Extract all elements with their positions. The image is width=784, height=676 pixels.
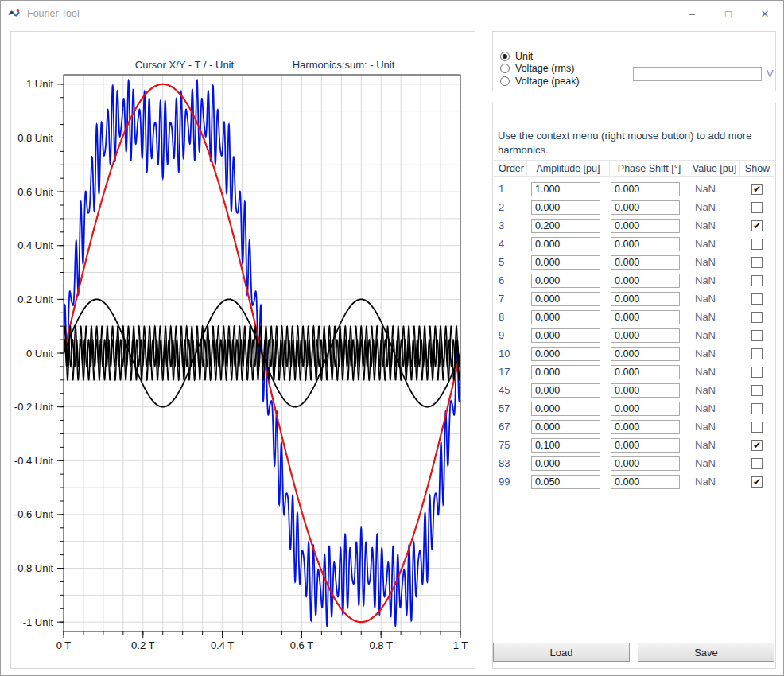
minimize-icon[interactable]: – xyxy=(673,1,710,26)
phase-shift-input[interactable] xyxy=(611,292,680,306)
value-label: NaN xyxy=(695,457,716,469)
x-tick-label: 0.4 T xyxy=(211,639,234,651)
phase-shift-input[interactable] xyxy=(611,347,680,361)
amplitude-reference-radio-group: UnitVoltage (rms)Voltage (peak) xyxy=(500,50,580,87)
harmonic-row-4: 4NaN xyxy=(494,235,774,253)
y-tick-label: -0.4 Unit xyxy=(14,455,54,467)
amplitude-input[interactable] xyxy=(531,200,600,215)
voltage-input[interactable] xyxy=(633,67,762,81)
amplitude-input[interactable] xyxy=(531,310,600,324)
value-label: NaN xyxy=(695,421,716,433)
amplitude-input[interactable] xyxy=(531,237,600,251)
harmonic-row-9: 9NaN xyxy=(494,326,774,344)
amplitude-input[interactable] xyxy=(531,383,600,398)
phase-shift-input[interactable] xyxy=(611,200,680,215)
phase-shift-input[interactable] xyxy=(611,328,680,343)
y-tick-label: -0.6 Unit xyxy=(14,508,54,520)
harmonic-row-75: 75NaN✔ xyxy=(494,436,774,454)
phase-shift-input[interactable] xyxy=(611,475,680,489)
radio-icon[interactable] xyxy=(500,76,510,86)
show-checkbox[interactable] xyxy=(751,458,763,469)
fourier-tool-window: { "window": { "title": "Fourier Tool", "… xyxy=(0,0,784,676)
show-checkbox[interactable] xyxy=(751,257,763,268)
show-checkbox[interactable] xyxy=(751,202,763,213)
value-label: NaN xyxy=(695,384,716,396)
amplitude-input[interactable] xyxy=(531,365,600,379)
order-label: 4 xyxy=(499,238,504,250)
amplitude-input[interactable] xyxy=(531,328,600,343)
show-checkbox[interactable] xyxy=(751,403,763,414)
order-label: 3 xyxy=(499,220,504,231)
save-button[interactable]: Save xyxy=(638,643,774,662)
file-buttons-row: Load Save xyxy=(493,643,774,662)
order-label: 7 xyxy=(499,293,504,305)
close-icon[interactable]: ✕ xyxy=(747,1,783,26)
amplitude-input[interactable] xyxy=(531,438,600,453)
column-header-phase-shift: Phase Shift [°] xyxy=(610,161,689,176)
phase-shift-input[interactable] xyxy=(611,237,680,251)
radio-icon[interactable] xyxy=(500,52,510,61)
x-tick-label: 0.6 T xyxy=(290,639,313,651)
amplitude-input[interactable] xyxy=(531,420,600,434)
value-label: NaN xyxy=(695,329,716,341)
y-tick-label: 0.8 Unit xyxy=(17,132,53,144)
phase-shift-input[interactable] xyxy=(611,383,680,398)
amplitude-input[interactable] xyxy=(531,274,600,288)
show-checkbox[interactable]: ✔ xyxy=(751,184,763,195)
value-label: NaN xyxy=(695,476,716,488)
show-checkbox[interactable]: ✔ xyxy=(751,476,763,488)
radio-option-unit[interactable]: Unit xyxy=(500,50,580,63)
phase-shift-input[interactable] xyxy=(611,365,680,379)
x-tick-label: 0 T xyxy=(56,639,72,651)
order-label: 9 xyxy=(499,329,504,341)
harmonic-row-5: 5NaN xyxy=(494,253,774,271)
show-checkbox[interactable] xyxy=(751,348,763,359)
harmonic-row-99: 99NaN✔ xyxy=(494,472,774,491)
phase-shift-input[interactable] xyxy=(611,310,680,324)
amplitude-input[interactable] xyxy=(531,402,600,416)
column-header-amplitude: Amplitude [pu] xyxy=(527,161,610,176)
load-button[interactable]: Load xyxy=(493,643,630,662)
show-checkbox[interactable] xyxy=(751,275,763,286)
radio-icon[interactable] xyxy=(500,64,510,73)
phase-shift-input[interactable] xyxy=(611,255,680,270)
value-label: NaN xyxy=(695,348,716,359)
amplitude-input[interactable] xyxy=(531,255,600,270)
voltage-unit-label: V xyxy=(767,68,774,80)
phase-shift-input[interactable] xyxy=(611,402,680,416)
fourier-chart-canvas[interactable]: Cursor X/Y - T / - UnitHarmonics:sum: - … xyxy=(12,49,475,668)
y-tick-label: 0 Unit xyxy=(26,348,53,359)
amplitude-input[interactable] xyxy=(531,292,600,306)
radio-label: Voltage (peak) xyxy=(515,76,580,87)
harmonic-row-2: 2NaN xyxy=(494,198,774,216)
phase-shift-input[interactable] xyxy=(611,182,680,196)
show-checkbox[interactable] xyxy=(751,385,763,396)
amplitude-input[interactable] xyxy=(531,475,600,489)
show-checkbox[interactable] xyxy=(751,330,763,341)
phase-shift-input[interactable] xyxy=(611,420,680,434)
radio-option-voltage-rms[interactable]: Voltage (rms) xyxy=(500,63,580,76)
amplitude-input[interactable] xyxy=(531,219,600,233)
show-checkbox[interactable]: ✔ xyxy=(751,440,763,451)
show-checkbox[interactable]: ✔ xyxy=(751,220,763,231)
value-label: NaN xyxy=(695,293,716,305)
show-checkbox[interactable] xyxy=(751,293,763,305)
phase-shift-input[interactable] xyxy=(611,456,680,471)
show-checkbox[interactable] xyxy=(751,367,763,378)
show-checkbox[interactable] xyxy=(751,422,763,433)
phase-shift-input[interactable] xyxy=(611,438,680,453)
phase-shift-input[interactable] xyxy=(611,274,680,288)
y-tick-label: -0.8 Unit xyxy=(14,562,54,574)
amplitude-input[interactable] xyxy=(531,182,600,196)
y-tick-label: -1 Unit xyxy=(23,616,54,628)
show-checkbox[interactable] xyxy=(751,312,763,323)
harmonics-table-header: Order Amplitude [pu] Phase Shift [°] Val… xyxy=(494,160,774,177)
amplitude-input[interactable] xyxy=(531,456,600,471)
radio-option-voltage-peak[interactable]: Voltage (peak) xyxy=(500,75,580,87)
show-checkbox[interactable] xyxy=(751,239,763,250)
value-label: NaN xyxy=(695,439,716,451)
amplitude-input[interactable] xyxy=(531,347,600,361)
maximize-icon[interactable]: □ xyxy=(710,1,747,26)
order-label: 75 xyxy=(499,439,510,451)
phase-shift-input[interactable] xyxy=(611,219,680,233)
